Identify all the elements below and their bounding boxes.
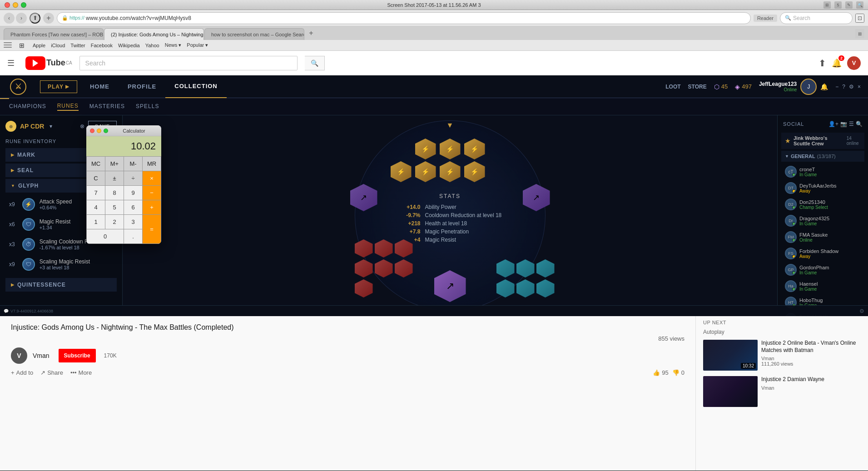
calc-key-add[interactable]: +	[143, 200, 161, 214]
calc-key-6[interactable]: 6	[124, 200, 142, 214]
bookmark-twitter[interactable]: Twitter	[70, 43, 85, 48]
youtube-search-button[interactable]: 🔍	[305, 56, 325, 70]
lol-close-icon[interactable]: ×	[858, 84, 861, 90]
calc-key-3[interactable]: 3	[124, 215, 142, 229]
mac-icon-3[interactable]: ✎	[845, 1, 853, 9]
lol-user-avatar[interactable]: J	[800, 79, 817, 95]
tab-google[interactable]: how to screenshot on mac – Google Search…	[204, 28, 304, 40]
lol-minimize-icon[interactable]: −	[835, 84, 838, 90]
friend-row-3[interactable]: Dr Dragonz4325 In Game	[781, 213, 864, 229]
social-search-icon[interactable]: 🔍	[856, 121, 863, 127]
bookmark-yahoo[interactable]: Yahoo	[145, 43, 159, 48]
bookmark-wikipedia[interactable]: Wikipedia	[118, 43, 140, 48]
hex-red-2[interactable]	[375, 239, 393, 258]
share-button[interactable]: ↗ Share	[40, 369, 63, 376]
lol-nav-home[interactable]: HOME	[81, 75, 119, 98]
calc-key-m-minus[interactable]: M-	[124, 157, 142, 171]
calc-key-2[interactable]: 2	[105, 215, 124, 229]
bookmark-popular[interactable]: Popular ▾	[187, 42, 208, 48]
new-tab-button[interactable]: +	[307, 29, 316, 38]
calc-key-5[interactable]: 5	[105, 200, 124, 214]
rune-icon-2[interactable]: ⏱	[22, 238, 35, 251]
notifications-button[interactable]: 🔔 2	[832, 58, 842, 68]
hex-red-4[interactable]	[355, 259, 373, 278]
hex-teal-1[interactable]	[496, 259, 515, 278]
clear-icon[interactable]: ⊗	[80, 123, 84, 129]
share-button[interactable]: ⬆	[30, 13, 40, 24]
friend-row-6[interactable]: GP GordonPham In Game	[781, 262, 864, 278]
add-to-button[interactable]: + Add to	[11, 369, 33, 376]
calc-key-9[interactable]: 9	[124, 186, 142, 200]
friend-row-2[interactable]: D2 Don251340 Champ Select	[781, 196, 864, 213]
lol-store-label[interactable]: STORE	[688, 84, 707, 90]
tab-overview-button[interactable]: ⊞	[855, 29, 864, 38]
address-bar[interactable]: 🔒 https:// www.youtube.com/watch?v=wjMUM…	[57, 12, 751, 24]
lol-sub-masteries[interactable]: MASTERIES	[89, 103, 125, 110]
calc-key-equals[interactable]: =	[143, 215, 161, 243]
hex-purple-large-inner[interactable]: ↗	[434, 270, 466, 302]
hex-red-1[interactable]	[355, 239, 373, 258]
camera-icon[interactable]: 📷	[840, 121, 847, 127]
hex-red-5[interactable]	[375, 259, 393, 278]
lol-sub-spells[interactable]: SPELLS	[136, 103, 159, 110]
hex-gold-3[interactable]: ⚡	[464, 139, 485, 159]
friend-row-0[interactable]: cT croneT In Game	[781, 164, 864, 180]
calc-key-clear[interactable]: C	[87, 171, 105, 185]
lol-sub-runes[interactable]: RUNES	[57, 103, 79, 111]
hex-gold-5[interactable]: ⚡	[415, 161, 436, 182]
lol-loot-label[interactable]: LOOT	[665, 84, 680, 90]
calc-maximize-button[interactable]	[104, 129, 108, 133]
friend-row-7[interactable]: Ha Haensel In Game	[781, 278, 864, 294]
hex-purple-1[interactable]: ↗	[350, 184, 377, 211]
hex-red-3[interactable]	[395, 239, 413, 258]
rune-icon-0[interactable]: ⚡	[22, 198, 35, 211]
settings-icon[interactable]: ⚙	[859, 308, 864, 314]
add-friend-icon[interactable]: 👤+	[828, 121, 838, 127]
reader-button[interactable]: Reader	[754, 15, 777, 22]
minimize-button[interactable]	[13, 2, 18, 8]
lol-play-button[interactable]: PLAY ▶	[40, 80, 77, 93]
more-button[interactable]: ••• More	[70, 369, 92, 376]
lol-user-info[interactable]: JeffLeague123 Online J 🔔	[759, 79, 828, 95]
list-icon[interactable]: ☰	[849, 121, 854, 127]
calc-key-decimal[interactable]: .	[124, 229, 142, 243]
youtube-logo[interactable]: Tube CA	[25, 56, 72, 70]
related-video-0[interactable]: 10:32 Injustice 2 Online Beta - Vman's O…	[703, 340, 861, 371]
dislike-button[interactable]: 👎 0	[672, 369, 684, 376]
close-button[interactable]	[5, 2, 10, 8]
subscribe-button[interactable]: Subscribe	[59, 349, 96, 362]
hex-red-7[interactable]	[355, 279, 373, 297]
tab-roblox[interactable]: Phantom Forces [Two new cases!] – ROBLOX…	[4, 28, 104, 40]
forward-button[interactable]: ›	[16, 13, 27, 24]
bookmark-news[interactable]: News ▾	[165, 42, 182, 48]
friend-row-1[interactable]: DT DeyTukAarJerbs Away	[781, 180, 864, 196]
tab-youtube[interactable]: (2) Injustice: Gods Among Us – Nightwing…	[104, 28, 204, 40]
hex-gold-4[interactable]: ⚡	[391, 161, 412, 182]
lol-nav-profile[interactable]: PROFILE	[119, 75, 165, 98]
lol-sub-champions[interactable]: CHAMPIONS	[9, 103, 46, 110]
calc-key-zero[interactable]: 0	[87, 229, 124, 243]
hex-gold-1[interactable]: ⚡	[415, 139, 436, 159]
quintessence-section-header[interactable]: ▶ QUINTESSENCE	[5, 278, 117, 292]
hamburger-icon[interactable]: ☰	[7, 58, 15, 68]
bookmark-apple[interactable]: Apple	[33, 43, 45, 48]
hex-teal-6[interactable]	[536, 279, 555, 297]
mac-icon-2[interactable]: 5	[834, 1, 842, 9]
calc-key-4[interactable]: 4	[87, 200, 105, 214]
star-group[interactable]: ★ Jink Webbro's Scuttle Crew 14 online	[781, 133, 864, 149]
calc-key-multiply[interactable]: ×	[143, 171, 161, 185]
maximize-button[interactable]	[21, 2, 26, 8]
general-group-header[interactable]: ▼ GENERAL (13/187)	[781, 151, 864, 162]
hex-gold-6[interactable]: ⚡	[440, 161, 461, 182]
calc-minimize-button[interactable]	[97, 129, 101, 133]
calc-key-sign[interactable]: ±	[105, 171, 124, 185]
lol-help-icon[interactable]: ?	[842, 84, 845, 90]
calc-key-m-plus[interactable]: M+	[105, 157, 124, 171]
bookmark-facebook[interactable]: Facebook	[91, 43, 113, 48]
calc-key-divide[interactable]: ÷	[124, 171, 142, 185]
calc-close-button[interactable]	[90, 129, 94, 133]
bookmark-icloud[interactable]: iCloud	[51, 43, 65, 48]
user-avatar[interactable]: V	[847, 56, 861, 70]
lol-logo[interactable]: ⚔	[0, 75, 36, 98]
hex-gold-2[interactable]: ⚡	[440, 139, 461, 159]
